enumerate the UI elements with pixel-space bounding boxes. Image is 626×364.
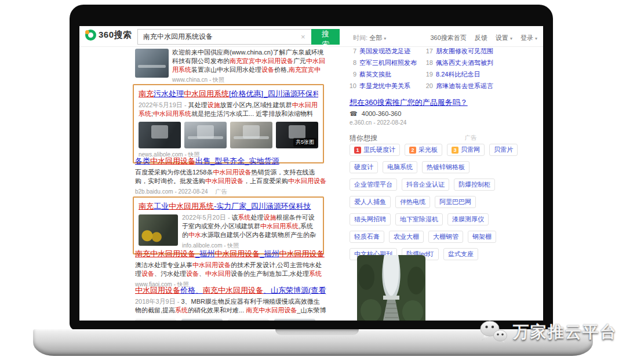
ranking-number: 20 <box>424 82 433 89</box>
360-logo-icon <box>85 30 96 41</box>
result-thumbnail[interactable] <box>184 122 227 148</box>
result-thumbnail[interactable]: 共5张图 <box>276 122 318 148</box>
suggest-tag[interactable]: 盆式支座 <box>443 248 478 260</box>
clear-icon[interactable]: × <box>301 32 305 41</box>
result-rongboyuan: 中水回用设备价格、南充中水回用设备、山东荣博源(查看) - 无忧... 2018… <box>135 285 326 321</box>
result-source[interactable]: b2b.baidu.com - 2022-08-24 广告 <box>135 188 326 196</box>
suggest-tag[interactable]: 猎头网招聘 <box>350 213 391 225</box>
result-title-link[interactable]: 各类中水回用设备出售_型号齐全_实地货源 <box>135 156 326 166</box>
promo-source: e.360.cn - 2022-08-24 <box>350 119 406 126</box>
source-url: b2b.baidu.com - 2022-08-24 <box>135 188 208 195</box>
suggest-tag[interactable]: 钢架棚 <box>468 231 496 243</box>
result-description: 2022年5月20日 - 该系统处理设施根据条件可设于室内或室外,小区域建筑群中… <box>182 213 318 240</box>
result-image-row <box>135 319 326 321</box>
result-thumbnail[interactable] <box>139 122 181 148</box>
360-logo[interactable]: 360搜索 <box>85 30 132 41</box>
ranking-number: 17 <box>424 48 433 54</box>
tag-row: 猎头网招聘地下室除湿机漆膜测厚仪 <box>350 213 500 225</box>
result-thumbnail[interactable] <box>181 319 223 321</box>
result-thumbnail[interactable] <box>139 214 178 246</box>
suggest-tag[interactable]: 防爆控制柜 <box>454 179 495 191</box>
chevron-down-icon: ▾ <box>535 36 537 41</box>
ranking-item[interactable]: 198.24科比纪念日 <box>424 68 500 80</box>
suggest-tag[interactable]: 农业大棚 <box>389 231 424 243</box>
result-title-link[interactable]: 南充工业中水回用系统-实力厂家_四川涵源环保科技 <box>139 201 318 212</box>
laptop-screen-bezel: 360搜索 × 搜 索 时间: 全部 ▾ 360搜索首页反馈设置 ▾登录 ▾ <box>70 5 553 330</box>
suggest-tags: 1里氏硬度计2采光板3贝雷网贝雷片硬度计电脑系统热镀锌钢格板企业管理平台抖音企业… <box>350 144 500 265</box>
ranking-link: 佩洛西丈夫酒驾被判 <box>436 59 493 67</box>
suggest-tag[interactable]: 1里氏硬度计 <box>350 144 400 156</box>
search-input[interactable] <box>137 29 311 45</box>
ranking-number: 19 <box>424 71 433 78</box>
ranking-item[interactable]: 10李显龙忧中美关系 <box>348 80 424 92</box>
hot-ranking: 7美国发现恐龙足迹8空军三机同框照发布9蔡英文挨批10李显龙忧中美关系17朋友圈… <box>348 45 500 92</box>
result-ad-baidu: 各类中水回用设备出售_型号齐全_实地货源 百度爱采购为你优选1258条中水回用设… <box>135 156 326 196</box>
result-source[interactable]: www.china.cn - 快照 <box>172 76 326 84</box>
suggest-tag[interactable]: 阿里巴巴网 <box>435 196 476 208</box>
suggest-tag[interactable]: 电脑系统 <box>383 161 417 173</box>
watermark: 万家推云平台 <box>479 319 617 345</box>
scenic-image-thumbnail[interactable] <box>357 255 425 321</box>
ranking-link: 席琳迪翁去世系谣言 <box>436 82 493 90</box>
ranking-item[interactable]: 17朋友圈修改可见范围 <box>424 45 500 57</box>
result-thumbnail[interactable] <box>135 49 169 78</box>
ranking-item[interactable]: 18佩洛西丈夫酒驾被判 <box>424 57 500 68</box>
right-column: 7美国发现恐龙足迹8空军三机同框照发布9蔡英文挨批10李显龙忧中美关系17朋友圈… <box>348 45 500 321</box>
suggest-tag[interactable]: 企业管理平台 <box>350 179 397 191</box>
suggest-tag[interactable]: 地下室除湿机 <box>395 213 443 225</box>
result-fjaoj: 南充中水回用设备_福州中水回用设备_福州中水回用设备 澳洁水处理专业从事中水回用… <box>135 249 326 289</box>
result-title-link[interactable]: 中水回用设备价格、南充中水回用设备、山东荣博源(查看) - 无忧... <box>135 285 326 296</box>
ranking-link: 朋友圈修改可见范围 <box>436 47 493 56</box>
search-box: × 搜 索 <box>137 29 340 45</box>
search-button[interactable]: 搜 索 <box>311 29 340 45</box>
ranking-item[interactable]: 7美国发现恐龙足迹 <box>348 45 424 57</box>
top-link[interactable]: 反馈 <box>475 34 487 42</box>
ranking-link: 空军三机同框照发布 <box>359 59 417 67</box>
suggest-tag[interactable]: 2采光板 <box>405 144 442 156</box>
suggest-tag[interactable]: 轻质石膏 <box>350 231 384 243</box>
promo-phone: ☎ 4000-360-360 <box>350 110 401 118</box>
suggest-tag[interactable]: 漆膜测厚仪 <box>447 213 489 225</box>
suggest-tag[interactable]: 伴热电缆 <box>395 196 430 208</box>
suggest-tag[interactable]: 贝雷片 <box>489 144 518 156</box>
suggest-tag[interactable]: 爱人人捕鱼 <box>350 196 391 208</box>
result-thumbnail[interactable] <box>230 122 272 148</box>
tag-rank-badge: 3 <box>452 147 458 154</box>
ranking-item[interactable]: 9蔡英文挨批 <box>348 68 424 80</box>
logo-text: 360搜索 <box>99 30 132 41</box>
ranking-link: 蔡英文挨批 <box>359 70 391 79</box>
result-thumbnail[interactable] <box>135 319 176 321</box>
time-filter[interactable]: 时间: 全部 ▾ <box>353 34 386 42</box>
ranking-number: 8 <box>348 59 356 66</box>
ranking-link: 美国发现恐龙足迹 <box>359 47 410 56</box>
chevron-down-icon: ▾ <box>510 36 512 41</box>
laptop-base-notch <box>275 329 359 335</box>
ranking-item[interactable]: 8空军三机同框照发布 <box>348 57 424 68</box>
phone-icon: ☎ <box>350 110 358 117</box>
suggest-tag[interactable]: 大棚钢管 <box>428 231 463 243</box>
suggest-tag[interactable]: 抖音企业认证 <box>402 179 449 191</box>
ranking-number: 10 <box>348 82 356 89</box>
ranking-number: 9 <box>348 71 356 78</box>
suggest-tag[interactable]: 3贝雷网 <box>447 144 485 156</box>
result-image-row: 共5张图 <box>139 122 318 148</box>
laptop-mockup: 360搜索 × 搜 索 时间: 全部 ▾ 360搜索首页反馈设置 ▾登录 ▾ <box>0 0 626 364</box>
ranking-item[interactable]: 20席琳迪翁去世系谣言 <box>424 80 500 92</box>
suggest-tag[interactable]: 硬度计 <box>350 161 378 173</box>
suggest-tag[interactable]: 热镀锌钢格板 <box>422 161 470 173</box>
tag-row: 轻质石膏农业大棚大棚钢管钢架棚 <box>350 231 500 243</box>
top-link[interactable]: 登录 ▾ <box>521 34 537 42</box>
phone-number: 4000-360-360 <box>362 110 402 117</box>
result-description: 2022年5月19日 - 其处理设施放置小区内,区域性建筑群中水回用系统;中水回… <box>139 101 318 119</box>
result-thumbnail[interactable] <box>274 319 315 321</box>
result-title-link[interactable]: 南充污水处理中水回用系统[价格优惠]_四川涵源环保科技 <box>139 89 318 99</box>
result-thumbnail[interactable] <box>228 319 269 321</box>
ranking-number: 7 <box>348 48 356 54</box>
top-link[interactable]: 360搜索首页 <box>430 34 466 42</box>
promo-link[interactable]: 想在360搜索推广您的产品服务吗？ <box>350 97 468 108</box>
result-title-link[interactable]: 南充中水回用设备_福州中水回用设备_福州中水回用设备 <box>135 249 326 259</box>
ranking-link: 李显龙忧中美关系 <box>359 82 410 90</box>
tag-row: 爱人人捕鱼伴热电缆阿里巴巴网 <box>350 196 500 208</box>
top-link[interactable]: 设置 ▾ <box>496 34 512 42</box>
image-count-badge: 共5张图 <box>293 138 316 147</box>
